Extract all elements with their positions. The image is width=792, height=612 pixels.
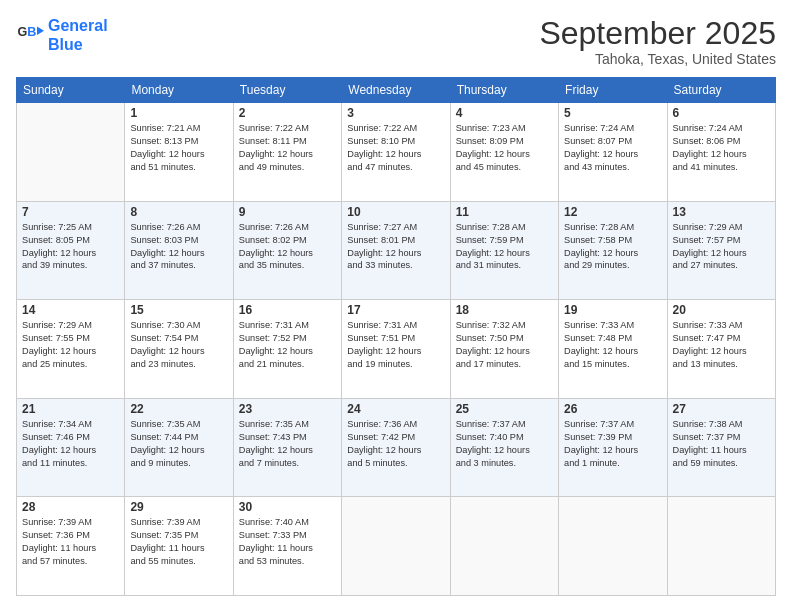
day-info: Sunrise: 7:37 AMSunset: 7:40 PMDaylight:… [456, 418, 553, 470]
calendar-cell: 27Sunrise: 7:38 AMSunset: 7:37 PMDayligh… [667, 398, 775, 497]
calendar-cell: 30Sunrise: 7:40 AMSunset: 7:33 PMDayligh… [233, 497, 341, 596]
day-info: Sunrise: 7:28 AMSunset: 7:58 PMDaylight:… [564, 221, 661, 273]
weekday-header-sunday: Sunday [17, 78, 125, 103]
logo-text: General Blue [48, 16, 108, 54]
svg-text:B: B [27, 26, 36, 40]
day-info: Sunrise: 7:34 AMSunset: 7:46 PMDaylight:… [22, 418, 119, 470]
day-number: 1 [130, 106, 227, 120]
day-info: Sunrise: 7:26 AMSunset: 8:03 PMDaylight:… [130, 221, 227, 273]
calendar-cell: 2Sunrise: 7:22 AMSunset: 8:11 PMDaylight… [233, 103, 341, 202]
calendar-cell: 12Sunrise: 7:28 AMSunset: 7:58 PMDayligh… [559, 201, 667, 300]
day-number: 11 [456, 205, 553, 219]
calendar-cell: 8Sunrise: 7:26 AMSunset: 8:03 PMDaylight… [125, 201, 233, 300]
calendar-cell: 19Sunrise: 7:33 AMSunset: 7:48 PMDayligh… [559, 300, 667, 399]
calendar-cell: 18Sunrise: 7:32 AMSunset: 7:50 PMDayligh… [450, 300, 558, 399]
calendar-cell: 11Sunrise: 7:28 AMSunset: 7:59 PMDayligh… [450, 201, 558, 300]
day-number: 22 [130, 402, 227, 416]
calendar-cell: 26Sunrise: 7:37 AMSunset: 7:39 PMDayligh… [559, 398, 667, 497]
day-info: Sunrise: 7:25 AMSunset: 8:05 PMDaylight:… [22, 221, 119, 273]
calendar-cell: 22Sunrise: 7:35 AMSunset: 7:44 PMDayligh… [125, 398, 233, 497]
logo: G B General Blue [16, 16, 108, 54]
day-info: Sunrise: 7:31 AMSunset: 7:52 PMDaylight:… [239, 319, 336, 371]
day-info: Sunrise: 7:26 AMSunset: 8:02 PMDaylight:… [239, 221, 336, 273]
day-info: Sunrise: 7:32 AMSunset: 7:50 PMDaylight:… [456, 319, 553, 371]
day-info: Sunrise: 7:35 AMSunset: 7:43 PMDaylight:… [239, 418, 336, 470]
calendar-cell: 13Sunrise: 7:29 AMSunset: 7:57 PMDayligh… [667, 201, 775, 300]
day-number: 10 [347, 205, 444, 219]
day-number: 20 [673, 303, 770, 317]
day-info: Sunrise: 7:27 AMSunset: 8:01 PMDaylight:… [347, 221, 444, 273]
calendar-cell: 10Sunrise: 7:27 AMSunset: 8:01 PMDayligh… [342, 201, 450, 300]
day-info: Sunrise: 7:22 AMSunset: 8:11 PMDaylight:… [239, 122, 336, 174]
day-info: Sunrise: 7:36 AMSunset: 7:42 PMDaylight:… [347, 418, 444, 470]
day-info: Sunrise: 7:33 AMSunset: 7:48 PMDaylight:… [564, 319, 661, 371]
weekday-header-tuesday: Tuesday [233, 78, 341, 103]
day-info: Sunrise: 7:21 AMSunset: 8:13 PMDaylight:… [130, 122, 227, 174]
calendar-cell [667, 497, 775, 596]
calendar-cell: 20Sunrise: 7:33 AMSunset: 7:47 PMDayligh… [667, 300, 775, 399]
weekday-header-monday: Monday [125, 78, 233, 103]
calendar-cell: 21Sunrise: 7:34 AMSunset: 7:46 PMDayligh… [17, 398, 125, 497]
day-info: Sunrise: 7:24 AMSunset: 8:06 PMDaylight:… [673, 122, 770, 174]
weekday-header-thursday: Thursday [450, 78, 558, 103]
calendar-cell: 17Sunrise: 7:31 AMSunset: 7:51 PMDayligh… [342, 300, 450, 399]
calendar-table: SundayMondayTuesdayWednesdayThursdayFrid… [16, 77, 776, 596]
calendar-cell: 14Sunrise: 7:29 AMSunset: 7:55 PMDayligh… [17, 300, 125, 399]
weekday-header-friday: Friday [559, 78, 667, 103]
calendar-cell: 15Sunrise: 7:30 AMSunset: 7:54 PMDayligh… [125, 300, 233, 399]
day-number: 27 [673, 402, 770, 416]
day-info: Sunrise: 7:28 AMSunset: 7:59 PMDaylight:… [456, 221, 553, 273]
day-info: Sunrise: 7:39 AMSunset: 7:35 PMDaylight:… [130, 516, 227, 568]
day-number: 21 [22, 402, 119, 416]
day-number: 4 [456, 106, 553, 120]
day-info: Sunrise: 7:35 AMSunset: 7:44 PMDaylight:… [130, 418, 227, 470]
title-block: September 2025 Tahoka, Texas, United Sta… [539, 16, 776, 67]
day-number: 28 [22, 500, 119, 514]
day-number: 3 [347, 106, 444, 120]
day-info: Sunrise: 7:38 AMSunset: 7:37 PMDaylight:… [673, 418, 770, 470]
calendar-subtitle: Tahoka, Texas, United States [539, 51, 776, 67]
day-number: 24 [347, 402, 444, 416]
day-info: Sunrise: 7:37 AMSunset: 7:39 PMDaylight:… [564, 418, 661, 470]
header: G B General Blue September 2025 Tahoka, … [16, 16, 776, 67]
weekday-header-saturday: Saturday [667, 78, 775, 103]
day-number: 8 [130, 205, 227, 219]
day-number: 16 [239, 303, 336, 317]
calendar-cell: 24Sunrise: 7:36 AMSunset: 7:42 PMDayligh… [342, 398, 450, 497]
day-info: Sunrise: 7:24 AMSunset: 8:07 PMDaylight:… [564, 122, 661, 174]
day-info: Sunrise: 7:39 AMSunset: 7:36 PMDaylight:… [22, 516, 119, 568]
day-info: Sunrise: 7:40 AMSunset: 7:33 PMDaylight:… [239, 516, 336, 568]
day-number: 23 [239, 402, 336, 416]
day-number: 12 [564, 205, 661, 219]
svg-marker-2 [37, 27, 44, 35]
day-info: Sunrise: 7:33 AMSunset: 7:47 PMDaylight:… [673, 319, 770, 371]
calendar-cell [342, 497, 450, 596]
calendar-cell: 25Sunrise: 7:37 AMSunset: 7:40 PMDayligh… [450, 398, 558, 497]
calendar-cell: 1Sunrise: 7:21 AMSunset: 8:13 PMDaylight… [125, 103, 233, 202]
day-info: Sunrise: 7:23 AMSunset: 8:09 PMDaylight:… [456, 122, 553, 174]
calendar-cell: 6Sunrise: 7:24 AMSunset: 8:06 PMDaylight… [667, 103, 775, 202]
day-number: 7 [22, 205, 119, 219]
week-row-2: 7Sunrise: 7:25 AMSunset: 8:05 PMDaylight… [17, 201, 776, 300]
calendar-cell: 4Sunrise: 7:23 AMSunset: 8:09 PMDaylight… [450, 103, 558, 202]
calendar-cell [450, 497, 558, 596]
day-number: 2 [239, 106, 336, 120]
day-number: 6 [673, 106, 770, 120]
calendar-cell: 5Sunrise: 7:24 AMSunset: 8:07 PMDaylight… [559, 103, 667, 202]
week-row-5: 28Sunrise: 7:39 AMSunset: 7:36 PMDayligh… [17, 497, 776, 596]
week-row-3: 14Sunrise: 7:29 AMSunset: 7:55 PMDayligh… [17, 300, 776, 399]
week-row-4: 21Sunrise: 7:34 AMSunset: 7:46 PMDayligh… [17, 398, 776, 497]
week-row-1: 1Sunrise: 7:21 AMSunset: 8:13 PMDaylight… [17, 103, 776, 202]
calendar-cell [559, 497, 667, 596]
calendar-title: September 2025 [539, 16, 776, 51]
calendar-cell: 23Sunrise: 7:35 AMSunset: 7:43 PMDayligh… [233, 398, 341, 497]
day-number: 14 [22, 303, 119, 317]
day-number: 15 [130, 303, 227, 317]
day-number: 9 [239, 205, 336, 219]
day-info: Sunrise: 7:29 AMSunset: 7:57 PMDaylight:… [673, 221, 770, 273]
calendar-cell [17, 103, 125, 202]
weekday-header-row: SundayMondayTuesdayWednesdayThursdayFrid… [17, 78, 776, 103]
day-number: 19 [564, 303, 661, 317]
day-number: 26 [564, 402, 661, 416]
calendar-cell: 3Sunrise: 7:22 AMSunset: 8:10 PMDaylight… [342, 103, 450, 202]
